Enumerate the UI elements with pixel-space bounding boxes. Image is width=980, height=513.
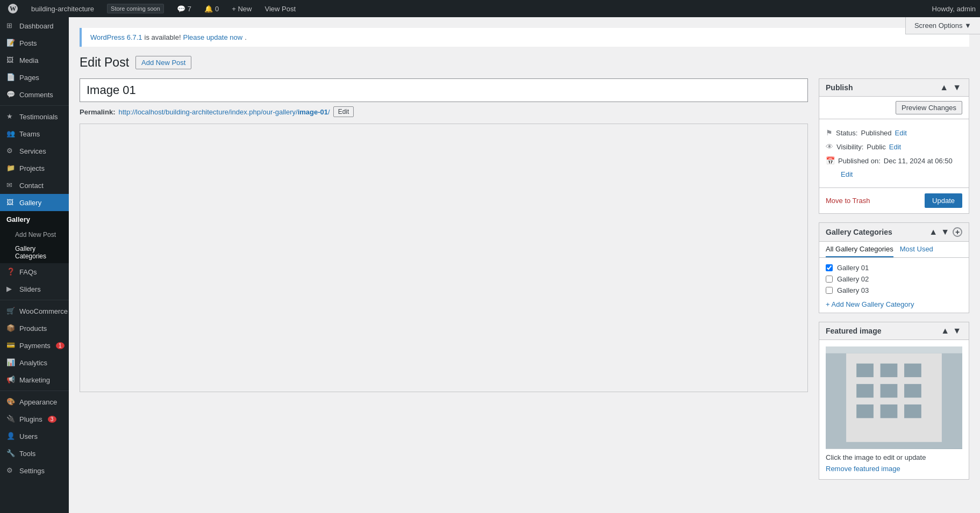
gallery-categories-add-circle[interactable]: + bbox=[953, 227, 962, 237]
sidebar-item-payments[interactable]: 💳 Payments 1 bbox=[0, 337, 69, 354]
sidebar-item-plugins[interactable]: 🔌 Plugins 3 bbox=[0, 410, 69, 428]
update-now-link[interactable]: Please update now bbox=[183, 33, 243, 41]
tab-most-used[interactable]: Most Used bbox=[900, 242, 933, 257]
sidebar-item-services[interactable]: ⚙ Services bbox=[0, 142, 69, 160]
add-new-post-button[interactable]: Add New Post bbox=[135, 56, 191, 69]
gallery-categories-tabs: All Gallery Categories Most Used bbox=[819, 242, 969, 258]
published-value: Dec 11, 2024 at 06:50 bbox=[884, 157, 953, 165]
gallery-categories-down[interactable]: ▼ bbox=[940, 228, 950, 236]
payments-icon: 💳 bbox=[6, 341, 15, 350]
sidebar-item-tools[interactable]: 🔧 Tools bbox=[0, 445, 69, 462]
submenu-gallery-categories[interactable]: Gallery Categories bbox=[0, 242, 69, 263]
move-to-trash-link[interactable]: Move to Trash bbox=[826, 197, 870, 205]
site-name-link[interactable]: building-architecture bbox=[28, 0, 97, 17]
sidebar-item-projects[interactable]: 📁 Projects bbox=[0, 160, 69, 177]
featured-image-down[interactable]: ▼ bbox=[952, 327, 962, 335]
contact-icon: ✉ bbox=[6, 181, 15, 190]
sidebar-item-label: Teams bbox=[19, 130, 40, 138]
sidebar-item-contact[interactable]: ✉ Contact bbox=[0, 177, 69, 194]
gallery-categories-up[interactable]: ▲ bbox=[928, 228, 939, 236]
sidebar-item-media[interactable]: 🖼 Media bbox=[0, 52, 69, 69]
category-checkbox-gallery02[interactable] bbox=[826, 276, 833, 283]
publish-collapse-down[interactable]: ▼ bbox=[952, 83, 962, 92]
wordpress-version-link[interactable]: WordPress 6.7.1 bbox=[90, 33, 142, 41]
sidebar-item-label: Gallery bbox=[19, 199, 41, 207]
gallery-icon: 🖼 bbox=[6, 198, 15, 207]
sidebar-item-gallery[interactable]: 🖼 Gallery bbox=[0, 194, 69, 211]
permalink-link[interactable]: http://localhost/building-architecture/i… bbox=[118, 108, 330, 116]
publish-top-row: Preview Changes bbox=[819, 97, 969, 119]
screen-options-area: Screen Options ▼ bbox=[905, 17, 980, 34]
products-icon: 📦 bbox=[6, 324, 15, 333]
published-edit-link[interactable]: Edit bbox=[841, 170, 853, 178]
publish-box: Publish ▲ ▼ Preview Changes ⚑ Status: bbox=[819, 78, 969, 214]
sidebar-item-faqs[interactable]: ❓ FAQs bbox=[0, 263, 69, 280]
svg-rect-12 bbox=[904, 404, 921, 418]
category-item-gallery02: Gallery 02 bbox=[826, 273, 962, 285]
sidebar-item-dashboard[interactable]: ⊞ Dashboard bbox=[0, 17, 69, 34]
category-label-gallery03[interactable]: Gallery 03 bbox=[837, 286, 869, 294]
tab-all-gallery-categories[interactable]: All Gallery Categories bbox=[826, 242, 893, 257]
update-button[interactable]: Update bbox=[925, 193, 962, 208]
category-label-gallery02[interactable]: Gallery 02 bbox=[837, 275, 869, 283]
publish-footer: Move to Trash Update bbox=[819, 187, 969, 213]
sidebar-item-label: Projects bbox=[19, 164, 45, 172]
publish-visibility-row: 👁 Visibility: Public Edit bbox=[826, 140, 962, 154]
sidebar-item-testimonials[interactable]: ★ Testimonials bbox=[0, 108, 69, 125]
submenu-add-new-post[interactable]: Add New Post bbox=[0, 228, 69, 242]
screen-options-button[interactable]: Screen Options ▼ bbox=[905, 17, 980, 34]
view-post-link[interactable]: View Post bbox=[261, 0, 299, 17]
new-content-link[interactable]: + New bbox=[228, 0, 255, 17]
publish-box-header: Publish ▲ ▼ bbox=[819, 79, 969, 97]
svg-text:W: W bbox=[10, 5, 16, 12]
category-checkbox-gallery03[interactable] bbox=[826, 287, 833, 294]
calendar-icon: 📅 bbox=[826, 156, 835, 165]
category-item-gallery03: Gallery 03 bbox=[826, 285, 962, 296]
category-checkbox-gallery01[interactable] bbox=[826, 264, 833, 271]
visibility-edit-link[interactable]: Edit bbox=[889, 143, 901, 151]
store-badge[interactable]: Store coming soon bbox=[104, 0, 167, 17]
publish-box-title: Publish bbox=[826, 83, 853, 92]
permalink-url: http://localhost/building-architecture/i… bbox=[118, 108, 330, 116]
category-label-gallery01[interactable]: Gallery 01 bbox=[837, 264, 869, 272]
remove-featured-image-link[interactable]: Remove featured image bbox=[826, 465, 962, 473]
sidebar-item-woocommerce[interactable]: 🛒 WooCommerce bbox=[0, 302, 69, 320]
svg-rect-10 bbox=[856, 404, 874, 418]
sidebar-item-comments[interactable]: 💬 Comments bbox=[0, 86, 69, 103]
woocommerce-icon: 🛒 bbox=[6, 307, 15, 315]
screen-options-label: Screen Options ▼ bbox=[914, 21, 971, 30]
admin-bar-right: Howdy, admin bbox=[932, 5, 976, 13]
sidebar-item-marketing[interactable]: 📢 Marketing bbox=[0, 371, 69, 388]
notifications-link[interactable]: 🔔 0 bbox=[201, 0, 222, 17]
featured-image-body: Click the image to edit or update Remove… bbox=[819, 340, 969, 479]
analytics-icon: 📊 bbox=[6, 358, 15, 367]
sidebar-item-appearance[interactable]: 🎨 Appearance bbox=[0, 393, 69, 410]
featured-image-up[interactable]: ▲ bbox=[940, 327, 950, 335]
sidebar-item-teams[interactable]: 👥 Teams bbox=[0, 125, 69, 142]
sidebar-item-label: Media bbox=[19, 56, 38, 64]
sidebar-item-label: Testimonials bbox=[19, 113, 58, 121]
sidebar-item-products[interactable]: 📦 Products bbox=[0, 320, 69, 337]
status-edit-link[interactable]: Edit bbox=[895, 129, 907, 137]
publish-collapse-up[interactable]: ▲ bbox=[939, 83, 949, 92]
sidebar-item-users[interactable]: 👤 Users bbox=[0, 428, 69, 445]
sidebar-item-posts[interactable]: 📝 Posts bbox=[0, 34, 69, 52]
featured-image-thumbnail[interactable] bbox=[826, 346, 962, 449]
visibility-value: Public bbox=[867, 143, 885, 151]
featured-image-header: Featured image ▲ ▼ bbox=[819, 322, 969, 340]
sidebar-item-sliders[interactable]: ▶ Sliders bbox=[0, 280, 69, 298]
comments-icon: 💬 bbox=[6, 90, 15, 99]
add-gallery-category-link[interactable]: + Add New Gallery Category bbox=[819, 296, 969, 313]
sidebar-item-settings[interactable]: ⚙ Settings bbox=[0, 462, 69, 479]
featured-image-collapse: ▲ ▼ bbox=[940, 327, 962, 335]
comments-link[interactable]: 💬 7 bbox=[174, 0, 195, 17]
payments-badge: 1 bbox=[56, 342, 65, 349]
post-title-input[interactable] bbox=[80, 78, 808, 102]
sidebar-item-label: Appearance bbox=[19, 398, 57, 406]
permalink-edit-button[interactable]: Edit bbox=[333, 106, 354, 117]
preview-changes-button[interactable]: Preview Changes bbox=[896, 101, 962, 114]
sidebar-item-pages[interactable]: 📄 Pages bbox=[0, 69, 69, 86]
view-post-label: View Post bbox=[264, 5, 296, 13]
wp-logo-link[interactable]: W bbox=[4, 0, 22, 17]
sidebar-item-analytics[interactable]: 📊 Analytics bbox=[0, 354, 69, 371]
